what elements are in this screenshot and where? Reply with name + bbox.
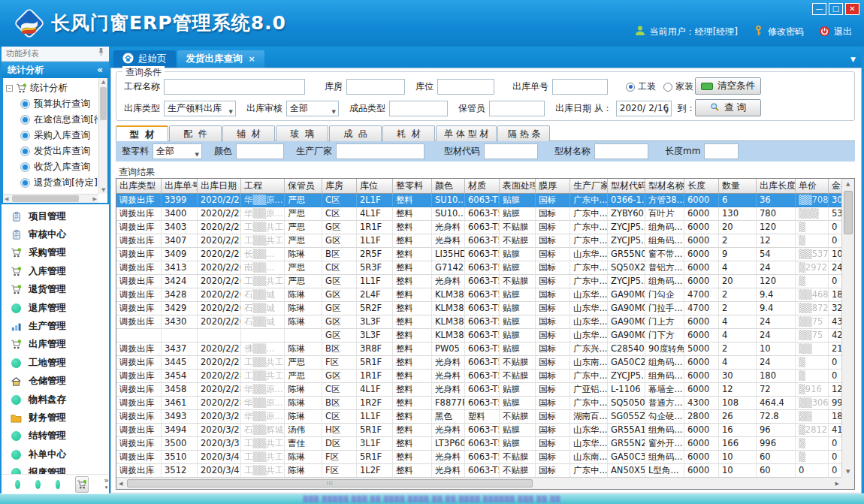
dot-icon[interactable]	[56, 480, 61, 489]
length-input[interactable]	[704, 143, 739, 159]
scrollbar-thumb[interactable]	[100, 87, 107, 120]
tree-root-statistics[interactable]: - 统计分析	[6, 80, 98, 96]
outbound-type-select[interactable]: 生产领料出库	[164, 101, 236, 116]
table-row[interactable]: 调拨出库34372020/2/27佛▒▒...陈琳B区3R8F整料PW05606…	[116, 343, 841, 356]
scroll-up-icon[interactable]: ▲	[846, 181, 850, 187]
column-header-型材代码[interactable]: 型材代码	[608, 179, 645, 194]
table-row[interactable]: 调拨出库34542020/2/28工▒▒共工程严思G区1R1F整料光身料6063…	[116, 370, 841, 383]
tree-item[interactable]: 收货入库查询	[6, 159, 98, 175]
minimize-button[interactable]: —	[812, 3, 826, 15]
order-no-input[interactable]	[552, 79, 608, 95]
material-tab-7[interactable]: 单 体 型 材	[436, 125, 497, 141]
product-type-input[interactable]	[389, 101, 448, 116]
table-row[interactable]: 调拨出库34452020/2/27工▒▒共工程严思F区5R1F整料光身料6063…	[116, 356, 841, 370]
table-row[interactable]: 调拨出库34132020/2/26南▒▒...严思C区5R3F整料G714226…	[116, 261, 841, 275]
material-tab-3[interactable]: 辅 材	[222, 125, 275, 141]
column-header-膜厚[interactable]: 膜厚	[536, 179, 570, 194]
grid-horizontal-scrollbar[interactable]: ◀ lll ▶	[116, 477, 841, 489]
radio-industrial[interactable]	[626, 83, 635, 92]
scroll-right-icon[interactable]: ▶	[835, 481, 839, 487]
material-tab-8[interactable]: 隔 热 条	[497, 125, 550, 141]
tab-close-icon[interactable]: ×	[249, 54, 255, 64]
column-header-颜色[interactable]: 颜色	[432, 179, 465, 194]
table-row[interactable]: 调拨出库34282020/2/26石▒▒城陈琳G区2L4F整料KLM381760…	[116, 288, 841, 302]
tree-item[interactable]: 退货查询[待定]	[6, 175, 98, 191]
table-row[interactable]: 调拨出库34032020/2/25工▒▒共工程严思G区1R1F整料光身料6063…	[116, 221, 841, 234]
scroll-right-icon[interactable]: ▶	[93, 196, 97, 202]
table-row[interactable]: 调拨出库34612020/2/28华▒▒原...陈琳B区1R2F整料F8877F…	[116, 397, 841, 410]
table-row[interactable]: 调拨出库34242020/2/26工▒▒共工程严思G区1L1F整料光身料6063…	[116, 275, 841, 288]
scroll-left-icon[interactable]: ◀	[5, 196, 8, 202]
column-header-保管员[interactable]: 保管员	[285, 179, 322, 194]
table-row[interactable]: G区3L3F整料KLM38176063-T5贴膜国标山东华...GA90M09.…	[116, 329, 841, 343]
sidebar-item-入库管理[interactable]: 入库管理	[2, 262, 109, 280]
sidebar-item-项目管理[interactable]: 项目管理	[2, 207, 109, 225]
grid-vertical-scrollbar[interactable]: ▲ ▼	[841, 179, 854, 477]
keeper-input[interactable]	[489, 101, 545, 116]
scrollbar-thumb[interactable]	[844, 191, 853, 234]
tab-list-caret-icon[interactable]: ▼	[850, 56, 856, 63]
column-header-出库日期[interactable]: 出库日期	[198, 179, 241, 194]
sidebar-item-出库管理[interactable]: 出库管理	[2, 336, 109, 354]
column-header-长度[interactable]: 长度	[684, 179, 719, 194]
column-header-型材名称[interactable]: 型材名称	[645, 179, 684, 194]
column-header-整零料[interactable]: 整零料	[393, 179, 432, 194]
profile-name-input[interactable]	[594, 143, 648, 159]
group-header-statistics[interactable]: 统计分析 «	[2, 62, 109, 78]
scroll-left-icon[interactable]: ◀	[119, 481, 122, 487]
scroll-down-icon[interactable]: ▼	[101, 187, 105, 193]
pin-icon[interactable]	[98, 47, 104, 61]
maximize-button[interactable]: □	[829, 3, 843, 15]
tree-collapse-icon[interactable]: -	[6, 85, 13, 92]
radio-home[interactable]	[663, 83, 672, 92]
table-row[interactable]: 调拨出库34582020/2/28华▒▒原...陈琳C区4L1F整料光身料606…	[116, 383, 841, 397]
scroll-up-icon[interactable]: ▲	[101, 79, 105, 85]
color-input[interactable]	[236, 143, 284, 159]
column-header-出库类型[interactable]: 出库类型	[116, 179, 162, 194]
scrollbar-thumb[interactable]: lll	[127, 479, 533, 487]
whole-part-select[interactable]: 全部	[153, 143, 202, 159]
manufacturer-input[interactable]	[336, 143, 424, 159]
tree-item[interactable]: 在途信息查询[待	[6, 112, 98, 128]
sidebar-item-仓储管理[interactable]: 仓储管理	[2, 373, 109, 391]
sidebar-item-报废管理[interactable]: 报废管理	[2, 463, 109, 474]
tree-horizontal-scrollbar[interactable]: ◀ ▶	[3, 194, 98, 203]
table-row[interactable]: 调拨出库34302020/2/26石▒▒城陈琳G区3L3F整料KLM381760…	[116, 315, 841, 329]
table-row[interactable]: 调拨出库34942020/3/2石▒▒辉城汤伟H区5R1F整料光身料6063-T…	[116, 424, 841, 437]
sidebar-item-工地管理[interactable]: 工地管理	[2, 354, 109, 372]
tree-vertical-scrollbar[interactable]: ▲ ▼	[98, 78, 107, 194]
column-header-金额[interactable]: 金额	[829, 179, 841, 194]
column-header-生产厂家[interactable]: 生产厂家	[570, 179, 608, 194]
overflow-chevron[interactable]: »▾	[104, 478, 109, 490]
sidebar-item-结转管理[interactable]: 结转管理	[2, 427, 109, 445]
column-header-材质[interactable]: 材质	[465, 179, 500, 194]
sidebar-item-退货管理[interactable]: 退货管理	[2, 281, 109, 299]
sidebar-item-补单中心[interactable]: 补单中心	[2, 445, 109, 463]
table-row[interactable]: 调拨出库34072020/2/25工▒▒共工程严思G区1L1F整料光身料6063…	[116, 234, 841, 248]
column-header-单价[interactable]: 单价	[796, 179, 829, 194]
table-row[interactable]: 调拨出库33992020/2/25华▒▒原...严思C区2L1F整料SU10..…	[116, 194, 841, 207]
table-row[interactable]: 调拨出库35002020/3/3工▒▒共工程曹佳D区3L1F整料LT3P6060…	[116, 437, 841, 451]
sidebar-item-退库管理[interactable]: 退库管理	[2, 299, 109, 317]
sidebar-item-采购管理[interactable]: 采购管理	[2, 244, 109, 262]
change-password-link[interactable]: 修改密码	[753, 25, 804, 39]
dot-icon[interactable]	[15, 480, 20, 489]
location-input[interactable]	[437, 79, 494, 95]
clear-conditions-button[interactable]: 清空条件	[695, 77, 761, 95]
tree-item[interactable]: 退库管理[待定]	[6, 191, 98, 193]
tree-item[interactable]: 预算执行查询	[6, 96, 98, 112]
column-header-工程[interactable]: 工程	[241, 179, 285, 194]
collapse-icon[interactable]: «	[97, 62, 103, 78]
column-header-库房[interactable]: 库房	[322, 179, 357, 194]
column-header-出库长度[interactable]: 出库长度	[757, 179, 796, 194]
profile-code-input[interactable]	[484, 143, 538, 159]
column-header-数量[interactable]: 数量	[719, 179, 757, 194]
tab-home[interactable]: 起始页	[113, 50, 176, 68]
material-tab-5[interactable]: 成 品	[329, 125, 382, 141]
warehouse-input[interactable]	[346, 79, 405, 95]
date-from-select[interactable]: 2020/ 2/16	[616, 101, 672, 116]
table-row[interactable]: 调拨出库35102020/3/4工▒▒共工程陈琳F区5R1F整料光身料6063-…	[116, 451, 841, 464]
material-tab-1[interactable]: 型 材	[116, 125, 168, 141]
sidebar-item-审核中心[interactable]: 审核中心	[2, 225, 109, 243]
scrollbar-thumb[interactable]	[12, 195, 79, 202]
